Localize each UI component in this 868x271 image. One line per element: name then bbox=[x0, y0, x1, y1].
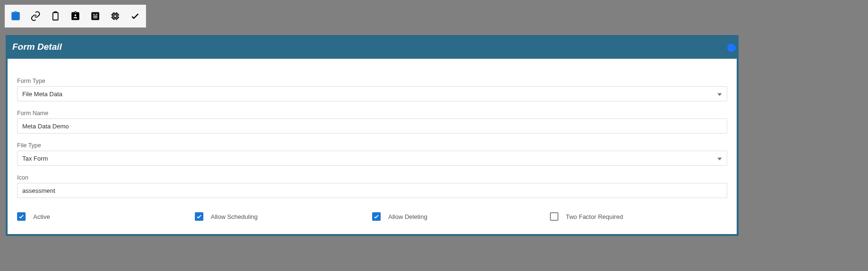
chevron-down-icon bbox=[717, 155, 722, 162]
field-form-type: Form Type File Meta Data bbox=[17, 78, 727, 101]
toolbar-form-button[interactable] bbox=[85, 7, 105, 26]
toolbar-confirm-button[interactable] bbox=[125, 7, 145, 26]
svg-rect-1 bbox=[113, 14, 118, 19]
panel-body: Form Type File Meta Data Form Name File … bbox=[8, 59, 737, 234]
checkbox-allow-deleting-group: Allow Deleting bbox=[372, 212, 550, 221]
chip-icon bbox=[110, 11, 120, 21]
form-type-value: File Meta Data bbox=[22, 90, 63, 98]
file-type-select[interactable]: Tax Form bbox=[17, 151, 727, 166]
panel-header: Form Detail bbox=[8, 37, 737, 59]
svg-rect-0 bbox=[53, 13, 58, 20]
link-icon bbox=[30, 11, 41, 21]
checkbox-row: Active Allow Scheduling Allow Deleting T… bbox=[17, 212, 727, 221]
icon-label: Icon bbox=[17, 174, 727, 181]
checkbox-allow-scheduling-group: Allow Scheduling bbox=[195, 212, 373, 221]
toolbar-clipboard-button[interactable] bbox=[46, 7, 65, 26]
toolbar-form-detail-button[interactable] bbox=[6, 7, 26, 26]
clipboard-list-icon bbox=[10, 11, 21, 21]
file-type-value: Tax Form bbox=[22, 155, 48, 162]
checkbox-two-factor[interactable] bbox=[550, 212, 558, 221]
toolbar-link-button[interactable] bbox=[26, 7, 46, 26]
toolbar bbox=[5, 5, 146, 27]
form-fields-icon bbox=[90, 11, 101, 21]
field-icon: Icon bbox=[17, 174, 727, 198]
file-type-label: File Type bbox=[17, 142, 727, 149]
checkbox-active-group: Active bbox=[17, 212, 195, 221]
panel-header-indicator[interactable] bbox=[727, 44, 736, 52]
chevron-down-icon bbox=[717, 90, 722, 98]
checkbox-active-label: Active bbox=[33, 213, 50, 220]
panel-title: Form Detail bbox=[12, 42, 62, 52]
toolbar-settings-button[interactable] bbox=[105, 7, 125, 26]
check-icon bbox=[18, 213, 25, 220]
check-icon bbox=[130, 11, 140, 21]
form-type-label: Form Type bbox=[17, 78, 727, 84]
form-detail-panel: Form Detail Form Type File Meta Data For… bbox=[6, 35, 739, 236]
checkbox-two-factor-label: Two Factor Required bbox=[566, 213, 623, 220]
form-name-label: Form Name bbox=[17, 110, 727, 117]
checkbox-two-factor-group: Two Factor Required bbox=[550, 212, 728, 221]
checkbox-allow-scheduling[interactable] bbox=[195, 212, 203, 221]
checkbox-active[interactable] bbox=[17, 212, 26, 221]
icon-input[interactable] bbox=[17, 183, 727, 198]
form-type-select[interactable]: File Meta Data bbox=[17, 86, 727, 101]
id-badge-icon bbox=[70, 11, 81, 21]
toolbar-badge-button[interactable] bbox=[65, 7, 85, 26]
field-form-name: Form Name bbox=[17, 110, 727, 134]
form-name-input[interactable] bbox=[17, 118, 727, 134]
check-icon bbox=[373, 213, 380, 220]
check-icon bbox=[196, 213, 202, 220]
clipboard-icon bbox=[50, 11, 61, 21]
checkbox-allow-deleting[interactable] bbox=[372, 212, 381, 221]
checkbox-allow-deleting-label: Allow Deleting bbox=[388, 213, 427, 220]
field-file-type: File Type Tax Form bbox=[17, 142, 727, 166]
checkbox-allow-scheduling-label: Allow Scheduling bbox=[211, 213, 258, 220]
svg-rect-2 bbox=[114, 15, 117, 18]
